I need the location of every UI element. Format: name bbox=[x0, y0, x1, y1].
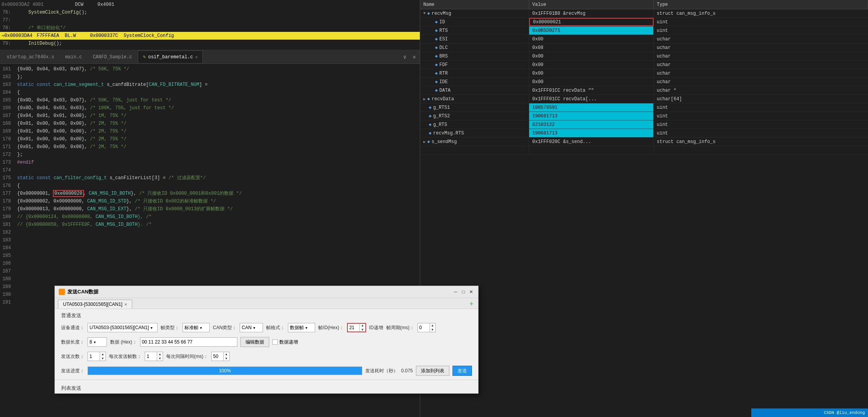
tab-collapse-icon[interactable]: ∨ bbox=[401, 53, 409, 61]
dialog-tab-add-btn[interactable]: + bbox=[468, 300, 475, 308]
data-hex-input[interactable]: 00 11 22 33 44 55 66 77 bbox=[140, 337, 237, 347]
code-line-176: 176{ bbox=[0, 182, 420, 190]
dialog-row-1: 设备通道： UTA0503-[53001565][CAN1] ▾ 帧类型： 标准… bbox=[55, 321, 478, 335]
device-label: 设备通道： bbox=[61, 325, 84, 331]
dialog-row-4: 发送进度： 100% 发送耗时（秒） 0.075 添加到列表 发送 bbox=[55, 363, 478, 378]
interval-input[interactable]: 50 ▲ ▼ bbox=[211, 352, 230, 361]
win-maximize-btn[interactable]: □ bbox=[460, 289, 466, 295]
watch-row-9[interactable]: DATA0x1FFF01CC recvData ""uchar * bbox=[420, 86, 868, 95]
watch-row-4[interactable]: DLC0x08uchar bbox=[420, 44, 868, 52]
code-line-180: 180 // {0x00000124, 0x00000000, CAN_MSG_… bbox=[0, 213, 420, 221]
frame-format-value: 数据帧 bbox=[290, 325, 304, 331]
data-len-select[interactable]: 8 ▾ bbox=[88, 337, 107, 347]
expand-icon[interactable]: ▶ bbox=[423, 97, 426, 101]
send-count-down-icon[interactable]: ▼ bbox=[100, 356, 105, 361]
watch-row-8[interactable]: IDE0x00uchar bbox=[420, 78, 868, 86]
col-name: Name bbox=[420, 0, 529, 9]
watch-row-2[interactable]: RTS0x0B5D9271uint bbox=[420, 26, 868, 35]
expand-icon[interactable]: ▶ bbox=[423, 140, 426, 144]
watch-row-7[interactable]: RTR0x00uchar bbox=[420, 69, 868, 78]
code-line-169: 169 {0x01, 0x00, 0x00, 0x00}, /* 2M, 75%… bbox=[0, 127, 420, 135]
tab-close-icon[interactable]: ✕ bbox=[195, 55, 198, 59]
win-close-btn[interactable]: ✕ bbox=[468, 289, 474, 295]
tab-osif[interactable]: ✎ osif_baremetal.c ✕ bbox=[138, 51, 202, 63]
dialog-row-3: 发送次数： 1 ▲ ▼ 每次发送帧数： 1 ▲ ▼ 每次间隔时间(ms)： 50 bbox=[55, 349, 478, 363]
send-btn[interactable]: 发送 bbox=[452, 366, 472, 376]
interval-up-icon[interactable]: ▲ bbox=[224, 352, 229, 356]
code-line-165: 165 {0x0D, 0x04, 0x03, 0x07}, /* 50K, 75… bbox=[0, 96, 420, 104]
frame-period-input[interactable]: 0 ▲ ▼ bbox=[417, 323, 436, 332]
frame-id-down-icon[interactable]: ▼ bbox=[360, 328, 365, 332]
code-line-185: 185 bbox=[0, 252, 420, 260]
data-increment-checkbox-box[interactable] bbox=[272, 339, 278, 345]
watch-table[interactable]: ▼recvMsg0x1FFF01B8 &recvMsgstruct can_ms… bbox=[420, 9, 868, 417]
device-select[interactable]: UTA0503-[53001565][CAN1] ▾ bbox=[88, 323, 158, 332]
tab-main[interactable]: main.c bbox=[60, 51, 87, 63]
section2-title: 列表发送 bbox=[55, 382, 478, 393]
send-frames-input[interactable]: 1 ▲ ▼ bbox=[145, 352, 163, 361]
code-line-174: 174 bbox=[0, 166, 420, 174]
tab-canfd[interactable]: CANFD_Sample.c bbox=[88, 51, 137, 63]
send-frames-down-icon[interactable]: ▼ bbox=[157, 356, 163, 361]
interval-value: 50 bbox=[212, 354, 223, 359]
code-line-188: 188 bbox=[0, 275, 420, 283]
frame-period-spinners: ▲ ▼ bbox=[430, 323, 435, 332]
frame-type-value: 标准帧 bbox=[184, 325, 198, 331]
watch-row-11[interactable]: g_RTS1108578591uint bbox=[420, 103, 868, 112]
watch-row-13[interactable]: g_RTS82103122uint bbox=[420, 120, 868, 129]
watch-row-1[interactable]: ID0x00000021uint bbox=[420, 18, 868, 26]
data-increment-checkbox[interactable]: 数据递增 bbox=[272, 339, 298, 345]
code-line-76: 76: SystemClock_Config(); bbox=[0, 9, 420, 16]
send-count-label: 发送次数： bbox=[61, 353, 84, 360]
code-line-181: 181 // {0x00000050, 0x1FFFFE0F, CAN_MSG_… bbox=[0, 221, 420, 229]
send-count-up-icon[interactable]: ▲ bbox=[100, 352, 105, 356]
progress-text: 100% bbox=[219, 368, 231, 373]
interval-down-icon[interactable]: ▼ bbox=[224, 356, 229, 361]
tab-canfd-label: CANFD_Sample.c bbox=[93, 54, 132, 60]
win-minimize-btn[interactable]: ─ bbox=[452, 289, 459, 295]
dialog-title-text: 发送CAN数据 bbox=[67, 288, 98, 295]
frame-period-up-icon[interactable]: ▲ bbox=[430, 323, 435, 328]
dialog-tabs: UTA0503-[53001565][CAN1] ✕ + bbox=[55, 298, 478, 309]
watch-row-14[interactable]: recvMsg.RTS190681713uint bbox=[420, 129, 868, 138]
send-frames-label: 每次发送帧数： bbox=[109, 353, 142, 360]
can-type-select[interactable]: CAN ▾ bbox=[240, 323, 263, 332]
send-count-input[interactable]: 1 ▲ ▼ bbox=[88, 352, 106, 361]
can-type-value: CAN bbox=[242, 325, 251, 330]
watch-row-0[interactable]: ▼recvMsg0x1FFF01B8 &recvMsgstruct can_ms… bbox=[420, 9, 868, 18]
frame-period-down-icon[interactable]: ▼ bbox=[430, 328, 435, 332]
dialog-tab-can1[interactable]: UTA0503-[53001565][CAN1] ✕ bbox=[58, 300, 132, 309]
watch-row-15[interactable]: ▶s_sendMsg0x1FFF020C &s_send...struct ca… bbox=[420, 138, 868, 146]
section-divider bbox=[55, 380, 478, 380]
add-to-list-btn[interactable]: 添加到列表 bbox=[416, 366, 449, 376]
code-line-184: 184 bbox=[0, 244, 420, 252]
send-frames-spinners: ▲ ▼ bbox=[157, 352, 163, 361]
code-line-170: 170 {0x01, 0x00, 0x00, 0x00}, /* 2M, 75%… bbox=[0, 135, 420, 143]
tab-startup[interactable]: startup_ac7840x.s bbox=[2, 51, 59, 63]
watch-row-6[interactable]: FDF0x00uchar bbox=[420, 61, 868, 69]
dialog-tab-close-icon[interactable]: ✕ bbox=[124, 302, 127, 307]
watch-row-10[interactable]: ▶recvData0x1FFF01CC recvData[...uchar[64… bbox=[420, 95, 868, 103]
tab-osif-label: osif_baremetal.c bbox=[148, 54, 193, 60]
dialog-row-2: 数据长度： 8 ▾ 数据 (Hex)： 00 11 22 33 44 55 66… bbox=[55, 335, 478, 349]
tab-window-close-icon[interactable]: ✕ bbox=[410, 53, 418, 61]
data-len-dropdown-icon: ▾ bbox=[94, 340, 96, 344]
frame-format-select[interactable]: 数据帧 ▾ bbox=[288, 323, 315, 332]
frame-id-up-icon[interactable]: ▲ bbox=[360, 323, 365, 328]
code-line-162: 162}; bbox=[0, 73, 420, 81]
edit-data-btn[interactable]: 编辑数据 bbox=[240, 337, 269, 347]
watch-row-3[interactable]: ESI0x00uchar bbox=[420, 35, 868, 44]
watch-row-16[interactable] bbox=[420, 146, 868, 155]
frame-id-input[interactable]: 21 ▲ ▼ bbox=[347, 323, 366, 332]
send-frames-up-icon[interactable]: ▲ bbox=[157, 352, 163, 356]
watch-row-12[interactable]: g_RTS2190681713uint bbox=[420, 112, 868, 120]
frame-type-select[interactable]: 标准帧 ▾ bbox=[182, 323, 210, 332]
dialog-titlebar: 发送CAN数据 ─ □ ✕ bbox=[55, 286, 478, 298]
expand-icon[interactable]: ▼ bbox=[423, 11, 426, 16]
tab-controls: ∨ ✕ bbox=[401, 53, 418, 61]
watch-header: Name Value Type bbox=[420, 0, 868, 9]
watch-row-5[interactable]: BRS0x00uchar bbox=[420, 52, 868, 61]
data-hex-value: 00 11 22 33 44 55 66 77 bbox=[142, 339, 193, 345]
send-count-spinners: ▲ ▼ bbox=[100, 352, 105, 361]
elapsed-value: 0.075 bbox=[401, 368, 413, 373]
